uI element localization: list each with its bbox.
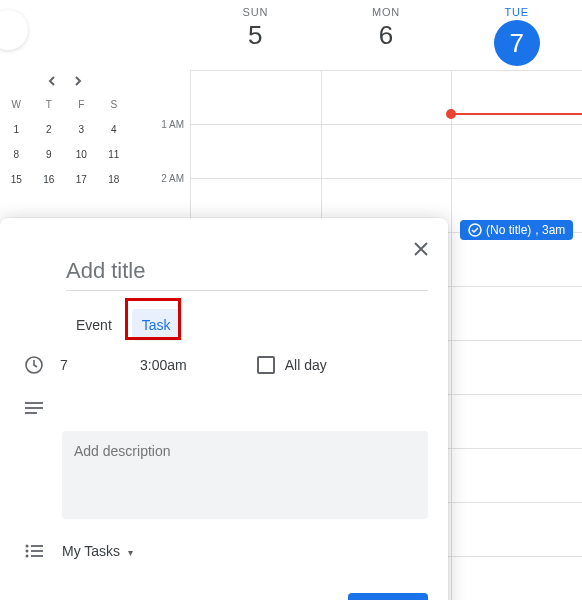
create-fab-partial[interactable] [0,10,28,50]
task-chip-time: , 3am [535,223,565,237]
day-abbr: TUE [504,6,528,18]
datetime-row: 7 3:00am All day [0,341,448,375]
time-label: 1 AM [161,119,184,130]
day-number: 5 [248,20,262,51]
now-indicator-dot [446,109,456,119]
mini-day[interactable]: 3 [65,117,98,142]
mini-day[interactable]: 4 [98,117,131,142]
close-icon [414,242,428,256]
title-input[interactable] [66,254,428,291]
quick-create-modal: Event Task 7 3:00am All day My Tasks ▾ S… [0,218,448,600]
mini-day[interactable]: 2 [33,117,66,142]
mini-calendar-grid: W T F S 1 2 3 4 8 9 10 11 15 16 17 18 [0,92,130,192]
tab-task[interactable]: Task [132,309,181,341]
mini-day[interactable]: 1 [0,117,33,142]
description-row [0,375,448,415]
task-chip[interactable]: (No title), 3am [460,220,573,240]
day-headers: SUN 5 MON 6 TUE 7 [190,0,582,70]
dow-head: F [65,92,98,117]
tasklist-row: My Tasks ▾ [0,523,448,559]
task-check-icon [468,223,482,237]
date-field[interactable]: 7 [60,357,110,373]
now-indicator-line [450,113,582,115]
mini-day[interactable]: 9 [33,142,66,167]
dow-head: W [0,92,33,117]
description-input[interactable] [62,431,428,519]
dow-head: S [98,92,131,117]
tasklist-label: My Tasks [62,543,120,559]
day-abbr: SUN [243,6,269,18]
mini-calendar: W T F S 1 2 3 4 8 9 10 11 15 16 17 18 [0,70,130,192]
mini-day[interactable]: 15 [0,167,33,192]
tasklist-dropdown[interactable]: My Tasks ▾ [62,543,133,559]
mini-day[interactable]: 18 [98,167,131,192]
chevron-down-icon: ▾ [128,547,133,558]
allday-checkbox[interactable] [257,356,275,374]
description-icon [24,401,44,415]
mini-calendar-nav [0,70,130,92]
day-column-tue[interactable]: TUE 7 [451,0,582,70]
modal-actions: Save [0,559,448,600]
time-field[interactable]: 3:00am [140,357,187,373]
allday-label: All day [285,357,327,373]
day-slot[interactable] [451,70,582,600]
type-tabs: Event Task [70,309,448,341]
task-chip-title: (No title) [486,223,531,237]
svg-point-9 [26,555,29,558]
save-button[interactable]: Save [348,593,428,600]
day-column-mon[interactable]: MON 6 [321,0,452,70]
close-button[interactable] [406,234,436,264]
day-column-sun[interactable]: SUN 5 [190,0,321,70]
list-icon [24,544,44,558]
mini-day[interactable]: 8 [0,142,33,167]
next-month-button[interactable] [73,76,83,86]
svg-point-7 [26,550,29,553]
mini-day[interactable]: 16 [33,167,66,192]
day-number: 6 [379,20,393,51]
day-number-today: 7 [494,20,540,66]
svg-point-5 [26,545,29,548]
mini-day[interactable]: 10 [65,142,98,167]
tab-event[interactable]: Event [70,309,118,341]
mini-day[interactable]: 17 [65,167,98,192]
time-label: 2 AM [161,173,184,184]
day-abbr: MON [372,6,400,18]
mini-day[interactable]: 11 [98,142,131,167]
clock-icon [24,355,44,375]
dow-head: T [33,92,66,117]
prev-month-button[interactable] [47,76,57,86]
